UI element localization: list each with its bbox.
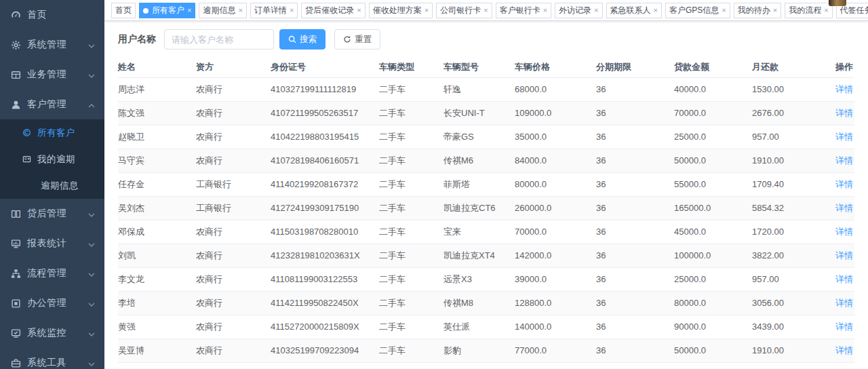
- sidebar-item-客户管理[interactable]: 客户管理: [0, 90, 104, 119]
- table-cell: 传祺M6: [443, 149, 515, 172]
- tab-紧急联系人[interactable]: 紧急联系人×: [606, 3, 662, 18]
- table-cell: 2676.00: [752, 101, 820, 125]
- sidebar-subitem-我的逾期[interactable]: 我的逾期: [0, 146, 104, 172]
- tab-首页[interactable]: 首页: [111, 3, 136, 18]
- tab-label: 催收处理方案: [373, 5, 422, 16]
- tab-贷后催收记录[interactable]: 贷后催收记录×: [301, 3, 365, 18]
- table-cell: 36: [596, 338, 674, 362]
- detail-link[interactable]: 详情: [835, 322, 853, 332]
- table-row: 吴刘杰工商银行412724199309175190二手车凯迪拉克CT626000…: [118, 196, 854, 220]
- all-customers-icon: [21, 128, 32, 138]
- detail-link[interactable]: 详情: [835, 250, 853, 260]
- process-icon: [10, 268, 21, 279]
- sidebar-item-贷后管理[interactable]: 贷后管理: [0, 199, 104, 229]
- sidebar-item-label: 系统监控: [27, 327, 88, 339]
- loan-icon: [10, 208, 21, 219]
- sidebar-item-流程管理[interactable]: 流程管理: [0, 258, 104, 288]
- close-icon[interactable]: ×: [773, 7, 777, 14]
- tab-订单详情[interactable]: 订单详情×: [250, 3, 298, 18]
- tab-客户银行卡[interactable]: 客户银行卡×: [496, 3, 551, 18]
- table-cell: 二手车: [379, 125, 443, 149]
- table-cell: 55000.0: [674, 172, 752, 196]
- table-cell: 1910.00: [752, 338, 820, 362]
- tab-label: 客户GPS信息: [669, 5, 719, 16]
- table-cell: 36: [596, 315, 674, 338]
- tab-我的待办[interactable]: 我的待办×: [734, 3, 781, 18]
- table-cell: 36: [596, 101, 674, 125]
- search-input[interactable]: [164, 29, 274, 50]
- tab-label: 订单详情: [254, 5, 287, 16]
- business-icon: [10, 69, 21, 80]
- detail-link[interactable]: 详情: [835, 203, 853, 213]
- tab-客户GPS信息[interactable]: 客户GPS信息×: [665, 3, 730, 18]
- detail-link[interactable]: 详情: [835, 132, 853, 142]
- sidebar-item-系统工具[interactable]: 系统工具: [0, 348, 104, 369]
- tab-外访记录[interactable]: 外访记录×: [555, 3, 602, 18]
- detail-link[interactable]: 详情: [835, 179, 853, 189]
- table-cell: 41152720000215809X: [271, 315, 379, 338]
- tab-所有客户[interactable]: 所有客户×: [139, 3, 195, 18]
- close-icon[interactable]: ×: [238, 7, 242, 14]
- sidebar-item-业务管理[interactable]: 业务管理: [0, 60, 104, 90]
- tab-公司银行卡[interactable]: 公司银行卡×: [436, 3, 492, 18]
- table-cell-action: 详情: [820, 267, 854, 291]
- table-cell: 411503198708280010: [271, 220, 379, 244]
- detail-link[interactable]: 详情: [835, 84, 853, 94]
- table-cell: 工商银行: [196, 196, 271, 220]
- close-icon[interactable]: ×: [357, 7, 361, 14]
- table-cell: 36: [596, 172, 674, 196]
- table-cell: 3822.00: [752, 244, 820, 267]
- table-cell: 凯迪拉克CT6: [443, 196, 515, 220]
- reset-button[interactable]: 重置: [334, 29, 380, 50]
- table-cell: 黄强: [118, 315, 196, 338]
- tab-催收处理方案[interactable]: 催收处理方案×: [369, 3, 433, 18]
- table-cell: [118, 362, 196, 369]
- sidebar-item-label: 首页: [27, 9, 96, 21]
- table-cell: 260000.0: [515, 196, 596, 220]
- sidebar-item-label: 客户管理: [27, 98, 88, 111]
- detail-link[interactable]: 详情: [835, 274, 853, 284]
- search-button-label: 搜索: [300, 34, 317, 45]
- sidebar-item-首页[interactable]: 首页: [0, 0, 104, 30]
- close-icon[interactable]: ×: [290, 7, 294, 14]
- close-icon[interactable]: ×: [824, 7, 828, 14]
- detail-link[interactable]: 详情: [835, 298, 853, 308]
- sidebar-subitem-所有客户[interactable]: 所有客户: [0, 119, 104, 146]
- detail-link[interactable]: 详情: [835, 108, 853, 118]
- detail-link[interactable]: 详情: [835, 227, 853, 237]
- table-cell: 农商行: [196, 220, 271, 244]
- close-icon[interactable]: ×: [187, 7, 191, 14]
- table-cell: 吴刘杰: [118, 196, 196, 220]
- detail-link[interactable]: 详情: [835, 345, 853, 355]
- tab-逾期信息[interactable]: 逾期信息×: [199, 3, 246, 18]
- sidebar-item-系统管理[interactable]: 系统管理: [0, 30, 104, 60]
- close-icon[interactable]: ×: [722, 7, 726, 14]
- tab-我的流程[interactable]: 我的流程×: [785, 3, 832, 18]
- tags-bar: 首页所有客户×逾期信息×订单详情×贷后催收记录×催收处理方案×公司银行卡×客户银…: [104, 0, 868, 21]
- office-icon: [10, 298, 21, 309]
- search-button[interactable]: 搜索: [279, 29, 326, 50]
- table-cell: 957.00: [752, 267, 820, 291]
- sidebar-item-label: 报表统计: [27, 237, 88, 250]
- close-icon[interactable]: ×: [594, 7, 598, 14]
- close-icon[interactable]: ×: [484, 7, 488, 14]
- table-row: 农商行二手车详情: [118, 362, 854, 369]
- tab-label: 我的流程: [789, 5, 821, 16]
- gear-icon: [10, 39, 21, 50]
- avatar[interactable]: [829, 0, 846, 6]
- sidebar-subitem-逾期信息[interactable]: 逾期信息: [0, 172, 104, 199]
- sidebar-item-报表统计[interactable]: 报表统计: [0, 229, 104, 258]
- close-icon[interactable]: ×: [425, 7, 429, 14]
- close-icon[interactable]: ×: [543, 7, 547, 14]
- close-icon[interactable]: ×: [654, 7, 658, 14]
- table-cell: 410728198406160571: [271, 149, 379, 172]
- column-header-身份证号: 身份证号: [271, 57, 379, 77]
- search-form: 用户名称 搜索 重置: [118, 21, 854, 57]
- sidebar-item-办公管理[interactable]: 办公管理: [0, 288, 104, 318]
- active-dot-icon: [143, 8, 149, 14]
- chevron-down-icon: [88, 39, 95, 50]
- table-cell: 传祺M8: [443, 291, 515, 315]
- search-icon: [288, 35, 296, 43]
- detail-link[interactable]: 详情: [835, 155, 853, 166]
- sidebar-item-系统监控[interactable]: 系统监控: [0, 318, 104, 348]
